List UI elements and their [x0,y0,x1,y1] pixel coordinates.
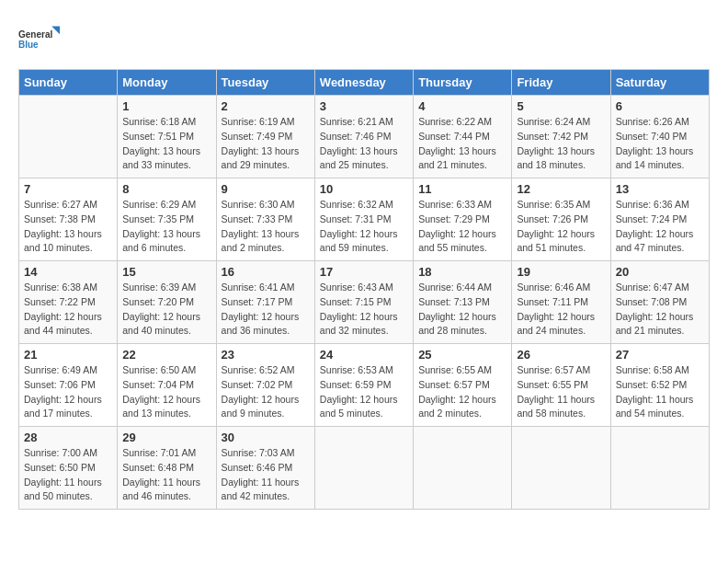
calendar-cell: 13Sunrise: 6:36 AM Sunset: 7:24 PM Dayli… [610,178,709,261]
calendar-cell: 24Sunrise: 6:53 AM Sunset: 6:59 PM Dayli… [314,344,413,427]
day-number: 25 [418,348,506,362]
day-info: Sunrise: 6:39 AM Sunset: 7:20 PM Dayligh… [122,281,210,339]
calendar-cell: 1Sunrise: 6:18 AM Sunset: 7:51 PM Daylig… [118,96,216,178]
calendar-cell: 21Sunrise: 6:49 AM Sunset: 7:06 PM Dayli… [19,344,118,427]
calendar-cell [512,427,610,510]
days-header-row: SundayMondayTuesdayWednesdayThursdayFrid… [19,70,710,96]
day-info: Sunrise: 6:35 AM Sunset: 7:26 PM Dayligh… [517,198,605,256]
day-number: 26 [517,348,605,362]
calendar-cell: 17Sunrise: 6:43 AM Sunset: 7:15 PM Dayli… [314,261,413,344]
day-number: 21 [24,348,112,362]
day-info: Sunrise: 6:47 AM Sunset: 7:08 PM Dayligh… [616,281,704,339]
day-number: 13 [616,182,704,196]
day-info: Sunrise: 6:55 AM Sunset: 6:57 PM Dayligh… [418,363,506,421]
day-info: Sunrise: 6:32 AM Sunset: 7:31 PM Dayligh… [320,198,408,256]
day-header-tuesday: Tuesday [216,70,314,96]
day-header-sunday: Sunday [19,70,118,96]
day-header-saturday: Saturday [610,70,709,96]
calendar-week-3: 14Sunrise: 6:38 AM Sunset: 7:22 PM Dayli… [19,261,710,344]
calendar-cell: 19Sunrise: 6:46 AM Sunset: 7:11 PM Dayli… [512,261,610,344]
day-header-thursday: Thursday [414,70,512,96]
day-number: 27 [616,348,704,362]
day-number: 7 [24,182,112,196]
calendar-cell: 10Sunrise: 6:32 AM Sunset: 7:31 PM Dayli… [314,178,413,261]
calendar-cell: 7Sunrise: 6:27 AM Sunset: 7:38 PM Daylig… [19,178,118,261]
day-info: Sunrise: 7:01 AM Sunset: 6:48 PM Dayligh… [122,446,210,504]
day-info: Sunrise: 6:49 AM Sunset: 7:06 PM Dayligh… [24,363,112,421]
day-number: 29 [122,431,210,444]
calendar-cell: 4Sunrise: 6:22 AM Sunset: 7:44 PM Daylig… [414,96,512,178]
calendar-cell: 29Sunrise: 7:01 AM Sunset: 6:48 PM Dayli… [118,427,216,510]
day-info: Sunrise: 6:43 AM Sunset: 7:15 PM Dayligh… [320,281,408,339]
calendar-cell: 20Sunrise: 6:47 AM Sunset: 7:08 PM Dayli… [610,261,709,344]
day-number: 24 [320,348,408,362]
day-info: Sunrise: 6:57 AM Sunset: 6:55 PM Dayligh… [517,363,605,421]
calendar-cell: 9Sunrise: 6:30 AM Sunset: 7:33 PM Daylig… [216,178,314,261]
calendar-cell: 8Sunrise: 6:29 AM Sunset: 7:35 PM Daylig… [118,178,216,261]
calendar-cell [19,96,118,178]
day-header-friday: Friday [512,70,610,96]
day-number: 19 [517,265,605,279]
day-info: Sunrise: 6:27 AM Sunset: 7:38 PM Dayligh… [24,198,112,256]
day-number: 16 [222,265,310,279]
calendar-week-2: 7Sunrise: 6:27 AM Sunset: 7:38 PM Daylig… [19,178,710,261]
calendar-week-4: 21Sunrise: 6:49 AM Sunset: 7:06 PM Dayli… [19,344,710,427]
day-number: 4 [418,99,506,113]
day-info: Sunrise: 6:29 AM Sunset: 7:35 PM Dayligh… [122,198,210,256]
calendar-cell: 28Sunrise: 7:00 AM Sunset: 6:50 PM Dayli… [19,427,118,510]
calendar-cell: 22Sunrise: 6:50 AM Sunset: 7:04 PM Dayli… [118,344,216,427]
logo: General Blue [18,18,64,60]
calendar-cell: 30Sunrise: 7:03 AM Sunset: 6:46 PM Dayli… [216,427,314,510]
calendar-cell: 2Sunrise: 6:19 AM Sunset: 7:49 PM Daylig… [216,96,314,178]
day-header-wednesday: Wednesday [314,70,413,96]
day-number: 14 [24,265,112,279]
calendar-cell [314,427,413,510]
calendar-cell: 23Sunrise: 6:52 AM Sunset: 7:02 PM Dayli… [216,344,314,427]
day-info: Sunrise: 7:00 AM Sunset: 6:50 PM Dayligh… [24,446,112,504]
day-number: 1 [122,99,210,113]
calendar-cell [610,427,709,510]
day-info: Sunrise: 6:53 AM Sunset: 6:59 PM Dayligh… [320,363,408,421]
day-number: 15 [122,265,210,279]
day-number: 11 [418,182,506,196]
day-info: Sunrise: 6:19 AM Sunset: 7:49 PM Dayligh… [222,115,310,173]
day-info: Sunrise: 6:36 AM Sunset: 7:24 PM Dayligh… [616,198,704,256]
day-header-monday: Monday [118,70,216,96]
calendar-cell: 3Sunrise: 6:21 AM Sunset: 7:46 PM Daylig… [314,96,413,178]
calendar-week-5: 28Sunrise: 7:00 AM Sunset: 6:50 PM Dayli… [19,427,710,510]
day-info: Sunrise: 7:03 AM Sunset: 6:46 PM Dayligh… [222,446,310,504]
calendar-cell: 15Sunrise: 6:39 AM Sunset: 7:20 PM Dayli… [118,261,216,344]
calendar-cell: 6Sunrise: 6:26 AM Sunset: 7:40 PM Daylig… [610,96,709,178]
day-number: 20 [616,265,704,279]
day-info: Sunrise: 6:30 AM Sunset: 7:33 PM Dayligh… [222,198,310,256]
day-info: Sunrise: 6:24 AM Sunset: 7:42 PM Dayligh… [517,115,605,173]
day-number: 23 [222,348,310,362]
calendar-table: SundayMondayTuesdayWednesdayThursdayFrid… [18,69,710,510]
day-info: Sunrise: 6:41 AM Sunset: 7:17 PM Dayligh… [222,281,310,339]
day-info: Sunrise: 6:52 AM Sunset: 7:02 PM Dayligh… [222,363,310,421]
day-number: 10 [320,182,408,196]
day-number: 9 [222,182,310,196]
day-info: Sunrise: 6:50 AM Sunset: 7:04 PM Dayligh… [122,363,210,421]
day-number: 12 [517,182,605,196]
day-info: Sunrise: 6:22 AM Sunset: 7:44 PM Dayligh… [418,115,506,173]
calendar-cell: 14Sunrise: 6:38 AM Sunset: 7:22 PM Dayli… [19,261,118,344]
calendar-body: 1Sunrise: 6:18 AM Sunset: 7:51 PM Daylig… [19,96,710,510]
day-info: Sunrise: 6:21 AM Sunset: 7:46 PM Dayligh… [320,115,408,173]
day-info: Sunrise: 6:44 AM Sunset: 7:13 PM Dayligh… [418,281,506,339]
calendar-cell: 11Sunrise: 6:33 AM Sunset: 7:29 PM Dayli… [414,178,512,261]
calendar-cell: 16Sunrise: 6:41 AM Sunset: 7:17 PM Dayli… [216,261,314,344]
day-number: 6 [616,99,704,113]
day-info: Sunrise: 6:33 AM Sunset: 7:29 PM Dayligh… [418,198,506,256]
svg-text:Blue: Blue [18,40,39,50]
svg-text:General: General [18,29,52,40]
day-info: Sunrise: 6:18 AM Sunset: 7:51 PM Dayligh… [122,115,210,173]
day-number: 30 [222,431,310,444]
day-info: Sunrise: 6:58 AM Sunset: 6:52 PM Dayligh… [616,363,704,421]
calendar-cell: 18Sunrise: 6:44 AM Sunset: 7:13 PM Dayli… [414,261,512,344]
calendar-cell: 25Sunrise: 6:55 AM Sunset: 6:57 PM Dayli… [414,344,512,427]
day-number: 5 [517,99,605,113]
day-number: 2 [222,99,310,113]
day-number: 17 [320,265,408,279]
calendar-cell [414,427,512,510]
